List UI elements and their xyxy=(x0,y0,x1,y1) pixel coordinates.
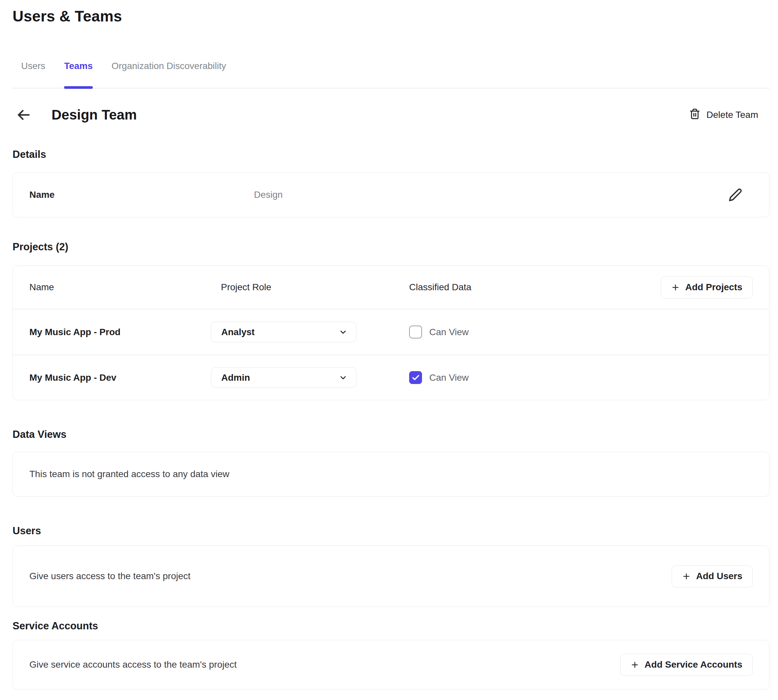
add-service-accounts-button[interactable]: Add Service Accounts xyxy=(620,654,753,676)
column-header-name: Name xyxy=(29,282,211,293)
project-name: My Music App - Dev xyxy=(29,372,211,383)
service-accounts-card: Give service accounts access to the team… xyxy=(13,640,770,690)
can-view-label: Can View xyxy=(429,372,468,383)
delete-team-label: Delete Team xyxy=(706,110,758,120)
classified-data-cell: Can View xyxy=(356,371,753,384)
project-role-value: Admin xyxy=(221,372,250,383)
plus-icon xyxy=(682,572,691,581)
add-users-button[interactable]: Add Users xyxy=(672,565,753,587)
service-accounts-description: Give service accounts access to the team… xyxy=(29,659,237,670)
add-projects-button[interactable]: Add Projects xyxy=(661,277,753,298)
trash-icon xyxy=(689,108,700,122)
project-row: My Music App - Prod Analyst Can View xyxy=(13,309,769,355)
data-views-section-title: Data Views xyxy=(13,428,770,440)
project-role-value: Analyst xyxy=(221,327,255,337)
add-users-label: Add Users xyxy=(696,571,742,582)
tab-users[interactable]: Users xyxy=(21,61,45,88)
add-projects-label: Add Projects xyxy=(685,282,742,293)
column-header-project-role: Project Role xyxy=(211,282,356,293)
service-accounts-section-title: Service Accounts xyxy=(13,620,770,632)
name-label: Name xyxy=(29,190,254,200)
tab-teams[interactable]: Teams xyxy=(64,61,93,88)
edit-pencil-icon[interactable] xyxy=(728,188,743,202)
project-name: My Music App - Prod xyxy=(29,327,211,337)
project-role-select[interactable]: Analyst xyxy=(211,322,356,342)
checkmark-icon xyxy=(411,373,420,382)
users-description: Give users access to the team's project xyxy=(29,571,190,582)
projects-table-header: Name Project Role Classified Data Add Pr… xyxy=(13,266,769,309)
classified-data-cell: Can View xyxy=(356,325,753,338)
chevron-down-icon xyxy=(339,328,347,337)
plus-icon xyxy=(671,283,680,292)
data-views-empty-text: This team is not granted access to any d… xyxy=(29,469,229,480)
can-view-label: Can View xyxy=(429,327,468,337)
details-section-title: Details xyxy=(13,148,770,160)
delete-team-button[interactable]: Delete Team xyxy=(689,108,758,122)
users-section-title: Users xyxy=(13,525,770,537)
chevron-down-icon xyxy=(339,373,347,382)
projects-section-title: Projects (2) xyxy=(13,241,770,253)
data-views-card: This team is not granted access to any d… xyxy=(13,452,770,497)
users-teams-page: Users & Teams Users Teams Organization D… xyxy=(0,0,778,690)
team-title: Design Team xyxy=(52,107,137,123)
column-header-classified-data: Classified Data xyxy=(356,282,661,293)
details-card: Name Design xyxy=(13,172,770,217)
back-arrow-icon[interactable] xyxy=(16,107,31,122)
project-role-select[interactable]: Admin xyxy=(211,367,356,388)
projects-table: Name Project Role Classified Data Add Pr… xyxy=(13,265,770,400)
can-view-checkbox[interactable] xyxy=(409,371,422,384)
plus-icon xyxy=(630,660,639,669)
tab-organization-discoverability[interactable]: Organization Discoverability xyxy=(112,61,226,88)
project-row: My Music App - Dev Admin Can View xyxy=(13,355,769,400)
add-service-accounts-label: Add Service Accounts xyxy=(645,659,742,670)
users-card: Give users access to the team's project … xyxy=(13,545,770,607)
tab-bar: Users Teams Organization Discoverability xyxy=(13,61,770,88)
team-header: Design Team Delete Team xyxy=(13,107,770,123)
page-title: Users & Teams xyxy=(13,7,770,25)
name-value: Design xyxy=(254,190,728,200)
can-view-checkbox[interactable] xyxy=(409,325,422,338)
